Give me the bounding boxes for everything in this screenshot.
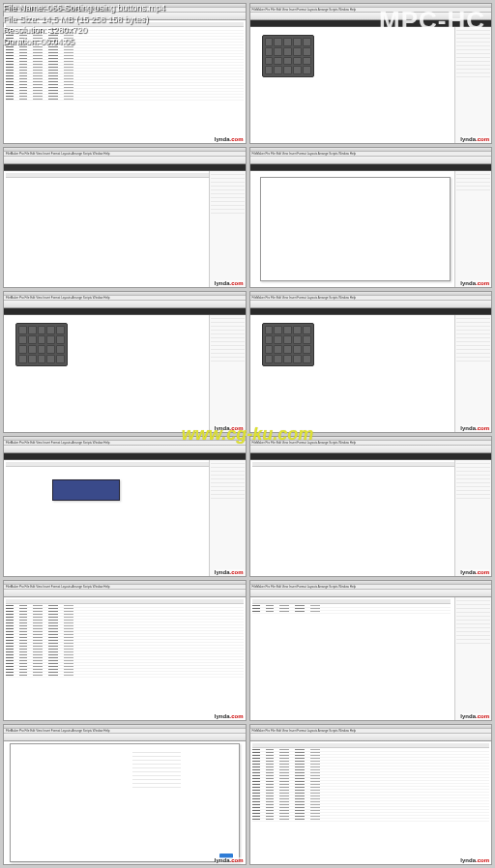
thumbnail-9[interactable]: FileMaker Pro File Edit View Insert Form… — [249, 580, 493, 721]
info-resolution: Resolution: 1280x720 — [3, 25, 165, 37]
inspector-panel — [454, 171, 491, 287]
button-palette[interactable] — [262, 35, 314, 77]
thumbnail-3[interactable]: FileMaker Pro File Edit View Insert Form… — [249, 147, 493, 288]
thumbnail-6[interactable]: FileMaker Pro File Edit View Insert Form… — [3, 436, 247, 577]
inspector-panel — [209, 171, 246, 287]
player-logo: MPC-HC — [379, 6, 485, 36]
palette-btn[interactable] — [265, 38, 274, 46]
sort-dialog[interactable] — [10, 743, 240, 862]
thumbnail-10[interactable]: FileMaker Pro File Edit View Insert Form… — [3, 724, 247, 865]
thumbnail-4[interactable]: FileMaker Pro File Edit View Insert Form… — [3, 291, 247, 432]
file-info: File Name: 066 Sorting using buttons.mp4… — [3, 3, 165, 48]
info-duration: Duration: 00:04:05 — [3, 37, 165, 48]
brand: lynda.com — [215, 136, 244, 142]
thumbnail-5[interactable]: FileMaker Pro File Edit View Insert Form… — [249, 291, 493, 432]
sort-popup[interactable] — [52, 479, 120, 501]
info-filesize: File Size: 14,5 MB (15 258 158 bytes) — [3, 14, 165, 26]
button-palette[interactable] — [15, 323, 68, 365]
thumbnail-11[interactable]: FileMaker Pro File Edit View Insert Form… — [249, 724, 493, 865]
inspector-panel — [454, 27, 491, 143]
info-filename: File Name: 066 Sorting using buttons.mp4 — [3, 3, 165, 14]
thumbnail-grid: FileMaker Pro File Edit View Insert Form… — [0, 0, 495, 868]
button-palette[interactable] — [262, 323, 314, 365]
thumbnail-8[interactable]: FileMaker Pro File Edit View Insert Form… — [3, 580, 247, 721]
settings-dialog[interactable] — [260, 177, 451, 281]
thumbnail-7[interactable]: FileMaker Pro File Edit View Insert Form… — [249, 436, 493, 577]
thumbnail-2[interactable]: FileMaker Pro File Edit View Insert Form… — [3, 147, 247, 288]
